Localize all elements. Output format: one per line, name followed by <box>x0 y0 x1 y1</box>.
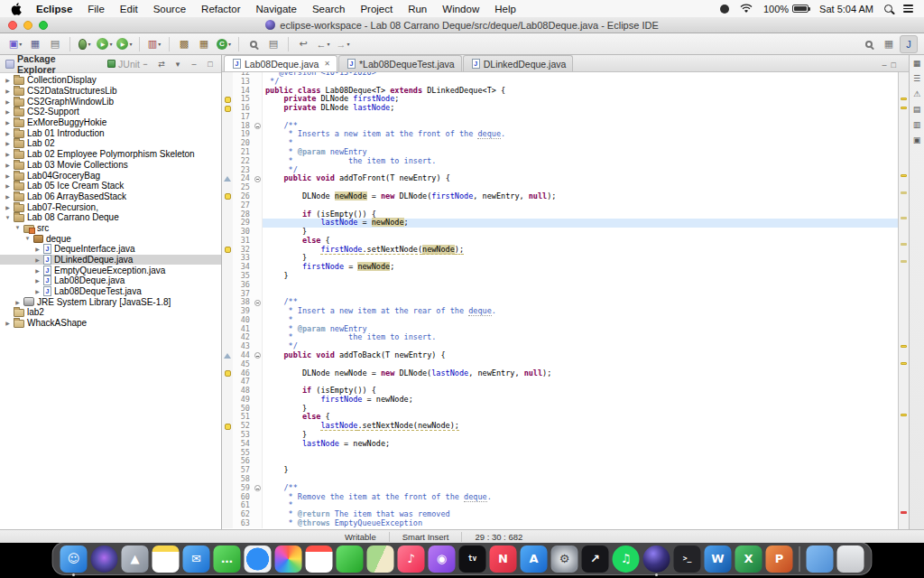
spotlight-search-icon[interactable] <box>884 5 892 13</box>
tree-item-src[interactable]: ▼src <box>0 223 221 234</box>
tree-expand-arrow-icon[interactable]: ▶ <box>4 162 12 168</box>
dock-item-trash[interactable] <box>837 545 864 573</box>
dock-item-messages[interactable]: … <box>214 545 241 573</box>
tree-item-jre-system-library-javase-1-8[interactable]: ▶JRE System Library [JavaSE-1.8] <box>0 296 221 307</box>
code-text[interactable]: firstNode = newNode; <box>263 263 898 272</box>
code-text[interactable]: } <box>263 466 898 475</box>
code-text[interactable]: lastNode.setNextNode(newNode); <box>263 422 898 431</box>
notification-center-icon[interactable] <box>903 5 913 13</box>
restore-views-button[interactable]: ▦ <box>913 59 921 68</box>
save-button[interactable]: ▦ <box>26 35 44 53</box>
new-class-button[interactable]: C▾ <box>215 35 233 53</box>
menu-project[interactable]: Project <box>360 4 393 14</box>
occurrence-overview-mark[interactable] <box>901 191 907 194</box>
new-java-project-button[interactable]: ▩ <box>175 35 193 53</box>
tree-expand-arrow-icon[interactable]: ▶ <box>4 320 12 326</box>
tree-expand-arrow-icon[interactable]: ▶ <box>4 130 12 136</box>
coverage-button[interactable]: ▥▾ <box>145 35 163 53</box>
dock-item-facetime[interactable] <box>337 545 364 573</box>
forward-button[interactable]: →▾ <box>334 35 352 53</box>
tree-expand-arrow-icon[interactable]: ▶ <box>33 277 42 284</box>
tree-item-cs2graphwindowlib[interactable]: ▶CS2GraphWindowLib <box>0 96 221 107</box>
menu-eclipse[interactable]: Eclipse <box>36 4 72 14</box>
print-button[interactable]: ▤ <box>46 35 64 53</box>
dock-item-launchpad[interactable]: ▲ <box>122 545 149 573</box>
code-text[interactable]: DLNode newNode = new DLNode(lastNode, ne… <box>263 369 898 378</box>
menu-window[interactable]: Window <box>442 4 479 14</box>
tree-item-dlinkeddeque-java[interactable]: ▶JDLinkedDeque.java <box>0 255 221 266</box>
code-text[interactable]: firstNode.setNextNode(newNode); <box>263 246 898 255</box>
apple-menu-icon[interactable] <box>11 3 22 15</box>
code-text[interactable]: public void addToFront(T newEntry) { <box>263 174 898 183</box>
last-edit-location-button[interactable]: ↩ <box>294 35 312 53</box>
dock-item-terminal[interactable]: >_ <box>674 545 701 573</box>
tab-package-explorer[interactable]: Package Explorer <box>5 53 97 75</box>
code-text[interactable]: private DLNode lastNode; <box>263 104 898 113</box>
code-text[interactable]: } <box>263 272 898 281</box>
collapse-region-icon[interactable] <box>254 176 261 182</box>
tree-item-lab04grocerybag[interactable]: ▶Lab04GroceryBag <box>0 170 221 181</box>
menu-source[interactable]: Source <box>153 4 186 14</box>
minimize-editor-button[interactable]: – <box>882 61 887 70</box>
close-tab-icon[interactable]: ✕ <box>324 60 330 68</box>
dock-item-music[interactable]: ♪ <box>398 545 425 573</box>
tree-expand-arrow-icon[interactable]: ▶ <box>4 151 12 157</box>
code-text[interactable] <box>263 113 898 122</box>
dock-item-eclipse[interactable] <box>643 545 670 573</box>
tree-item-lab-02[interactable]: ▶Lab 02 <box>0 138 221 149</box>
dock-item-photos[interactable] <box>275 545 302 573</box>
new-wizard-button[interactable]: ▣▾ <box>6 35 24 53</box>
tree-expand-arrow-icon[interactable]: ▶ <box>33 246 42 252</box>
warning-overview-mark[interactable] <box>901 345 907 348</box>
collapse-all-button[interactable]: − <box>140 60 151 69</box>
menu-run[interactable]: Run <box>408 4 427 14</box>
code-text[interactable] <box>263 290 898 299</box>
dock-item-stocks[interactable]: ↗ <box>582 545 609 573</box>
code-text[interactable]: firstNode = newNode; <box>263 396 898 405</box>
minimized-declaration-view-button[interactable]: ▥ <box>913 120 921 129</box>
warning-overview-mark[interactable] <box>901 174 907 177</box>
menu-search[interactable]: Search <box>312 4 345 14</box>
menu-edit[interactable]: Edit <box>120 4 138 14</box>
dock-item-spotify[interactable]: ♫ <box>613 545 640 573</box>
menu-file[interactable]: File <box>88 4 105 14</box>
tree-item-emptyqueueexception-java[interactable]: ▶JEmptyQueueException.java <box>0 265 221 275</box>
external-tools-button[interactable]: ▾ <box>116 35 134 53</box>
dock-item-calendar[interactable] <box>306 545 333 573</box>
occurrence-overview-mark[interactable] <box>901 243 907 246</box>
editor-tab-lab08deque-java[interactable]: JLab08Deque.java✕ <box>224 55 337 71</box>
code-text[interactable]: DLNode newNode = new DLNode(firstNode, n… <box>263 192 898 201</box>
tree-item-lab2[interactable]: lab2 <box>0 307 221 318</box>
code-text[interactable]: } <box>263 405 898 414</box>
package-explorer-tree[interactable]: ▶CollectionDisplay▶CS2DataStructuresLib▶… <box>0 73 221 529</box>
dock-item-tv[interactable]: tv <box>459 545 486 573</box>
minimized-console-view-button[interactable]: ▣ <box>913 135 921 144</box>
code-text[interactable]: * Insert a new item at the rear of the d… <box>263 307 898 316</box>
dock-item-powerpoint[interactable]: P <box>766 545 793 573</box>
maximize-view-button[interactable]: □ <box>205 60 216 69</box>
debug-button[interactable]: ▾ <box>76 35 94 53</box>
tree-expand-arrow-icon[interactable]: ▶ <box>4 98 12 105</box>
quick-access-search-button[interactable] <box>860 35 878 53</box>
tree-item-lab08dequetest-java[interactable]: ▶JLab08DequeTest.java <box>0 286 221 297</box>
editor-tab-dlinkeddeque-java[interactable]: JDLinkedDeque.java <box>463 55 574 71</box>
tree-item-dequeinterface-java[interactable]: ▶JDequeInterface.java <box>0 244 221 255</box>
dock-item-podcasts[interactable]: ◉ <box>429 545 456 573</box>
occurrence-overview-mark[interactable] <box>901 260 907 263</box>
code-text[interactable] <box>263 475 898 484</box>
dock-item-word[interactable]: W <box>705 545 732 573</box>
tree-expand-arrow-icon[interactable]: ▶ <box>4 204 12 210</box>
tree-item-exmorebuggyhokie[interactable]: ▶ExMoreBuggyHokie <box>0 117 221 128</box>
occurrence-overview-mark[interactable] <box>901 217 907 219</box>
tree-item-lab-06-arraybasedstack[interactable]: ▶Lab 06 ArrayBasedStack <box>0 191 221 202</box>
new-package-button[interactable]: ▦ <box>195 35 213 53</box>
tree-item-lab08deque-java[interactable]: ▶JLab08Deque.java <box>0 275 221 286</box>
tree-expand-arrow-icon[interactable]: ▶ <box>33 288 42 294</box>
code-text[interactable]: public void addToBack(T newEntry) { <box>263 351 898 360</box>
tree-item-lab-05-ice-cream-stack[interactable]: ▶Lab 05 Ice Cream Stack <box>0 181 221 191</box>
menubar-extra-icon[interactable] <box>720 5 729 14</box>
tree-item-cs2-support[interactable]: ▶CS2-Support <box>0 107 221 117</box>
menubar-clock[interactable]: Sat 5:04 AM <box>819 4 873 14</box>
dock-item-maps[interactable] <box>367 545 394 573</box>
dock-item-app-store[interactable]: A <box>521 545 548 573</box>
